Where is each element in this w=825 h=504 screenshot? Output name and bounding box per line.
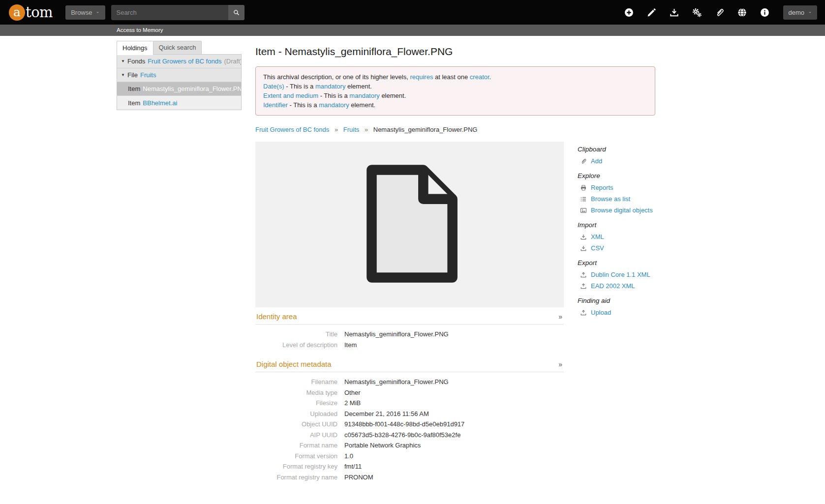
collapse-arrow-icon[interactable]: ▼ bbox=[121, 73, 127, 77]
globe-icon bbox=[737, 7, 747, 18]
alert-link-identifier[interactable]: Identifier bbox=[263, 101, 288, 109]
field-value: PRONOM bbox=[344, 472, 373, 483]
tab-quick-search[interactable]: Quick search bbox=[153, 41, 202, 55]
export-dublin-core-item[interactable]: Dublin Core 1.1 XML bbox=[580, 271, 655, 278]
alert-link-extent[interactable]: Extent and medium bbox=[263, 92, 318, 99]
download-icon bbox=[580, 234, 587, 240]
field-row-level-of-description: Level of description Item bbox=[255, 340, 564, 351]
field-row-format-name: Format name Portable Network Graphics bbox=[255, 440, 564, 451]
field-label: Filename bbox=[255, 377, 344, 387]
content-columns: Identity area » Title Nemastylis_geminif… bbox=[255, 142, 655, 487]
top-bar: a tom Browse demo bbox=[0, 0, 825, 25]
import-xml-link[interactable]: XML bbox=[591, 233, 604, 240]
tree-link-item-helmet[interactable]: BBhelmet.ai bbox=[143, 99, 177, 107]
tree-row-fonds[interactable]: ▼ Fonds Fruit Growers of BC fonds (Draft… bbox=[117, 55, 241, 68]
admin-button[interactable] bbox=[692, 7, 702, 18]
import-csv-link[interactable]: CSV bbox=[591, 244, 604, 252]
tree-row-item-selected[interactable]: Item Nemastylis_geminiflora_Flower.PNG bbox=[117, 82, 241, 96]
field-value: c05673d5-b328-4276-9b0c-9af80f53e2fe bbox=[344, 430, 460, 441]
export-ead-link[interactable]: EAD 2002 XML bbox=[591, 282, 635, 290]
tree-row-item[interactable]: Item BBhelmet.ai bbox=[117, 96, 241, 110]
import-button[interactable] bbox=[669, 7, 679, 18]
page-layout: Holdings Quick search ▼ Fonds Fruit Grow… bbox=[0, 36, 825, 487]
alert-text: . bbox=[489, 73, 491, 81]
breadcrumb: Fruit Growers of BC fonds » Fruits » Nem… bbox=[255, 126, 655, 133]
validation-alert: This archival description, or one of its… bbox=[255, 66, 655, 116]
tree-level-label: Item bbox=[128, 85, 140, 92]
export-dublin-core-link[interactable]: Dublin Core 1.1 XML bbox=[591, 271, 650, 278]
collapse-arrow-icon[interactable]: ▼ bbox=[121, 59, 127, 63]
site-title-link[interactable]: Access to Memory bbox=[0, 25, 163, 36]
app-subheader: Access to Memory bbox=[0, 25, 825, 36]
reports-item[interactable]: Reports bbox=[580, 184, 655, 191]
upload-icon bbox=[580, 309, 587, 316]
reports-link[interactable]: Reports bbox=[591, 184, 613, 191]
import-xml-item[interactable]: XML bbox=[580, 233, 655, 240]
download-icon bbox=[580, 245, 587, 252]
alert-link-mandatory[interactable]: mandatory bbox=[349, 92, 379, 99]
section-edit-chevron[interactable]: » bbox=[558, 360, 563, 368]
context-menu: Clipboard Add Explore Reports Browse as … bbox=[578, 142, 655, 320]
field-value: 2 MiB bbox=[344, 398, 361, 409]
clipboard-add-link[interactable]: Add bbox=[591, 157, 602, 165]
field-row-filename: Filename Nemastylis_geminiflora_Flower.P… bbox=[255, 377, 564, 387]
alert-link-creator[interactable]: creator bbox=[470, 73, 489, 81]
breadcrumb-link-file[interactable]: Fruits bbox=[343, 126, 360, 133]
user-label: demo bbox=[788, 9, 804, 16]
field-row-object-uuid: Object UUID 91348bbb-f001-448c-98bd-d5e0… bbox=[255, 419, 564, 430]
browse-digital-objects-link[interactable]: Browse digital objects bbox=[591, 207, 653, 214]
chevron-down-icon bbox=[808, 10, 812, 15]
field-row-media-type: Media type Other bbox=[255, 387, 564, 398]
search-input[interactable] bbox=[111, 5, 228, 20]
field-value: Item bbox=[344, 340, 357, 351]
browse-as-list-link[interactable]: Browse as list bbox=[591, 195, 630, 203]
tree-link-item-flower[interactable]: Nemastylis_geminiflora_Flower.PNG bbox=[143, 85, 241, 92]
browse-as-list-item[interactable]: Browse as list bbox=[580, 195, 655, 203]
main-content: Item - Nemastylis_geminiflora_Flower.PNG… bbox=[255, 36, 655, 487]
alert-message-identifier: Identifier - This is a mandatory element… bbox=[263, 100, 647, 110]
field-label: Level of description bbox=[255, 340, 344, 351]
atom-logo[interactable]: a tom bbox=[9, 4, 53, 21]
alert-message-creator: This archival description, or one of its… bbox=[263, 72, 647, 82]
clipboard-button[interactable] bbox=[714, 7, 725, 18]
section-header: Identity area » bbox=[255, 307, 564, 325]
plus-circle-icon bbox=[624, 7, 634, 18]
image-icon bbox=[580, 207, 587, 214]
tree-row-file[interactable]: ▼ File Fruits bbox=[117, 68, 241, 82]
export-ead-item[interactable]: EAD 2002 XML bbox=[580, 282, 655, 290]
breadcrumb-link-fonds[interactable]: Fruit Growers of BC fonds bbox=[255, 126, 329, 133]
digital-object-metadata-section: Digital object metadata » Filename Nemas… bbox=[255, 355, 564, 487]
alert-link-requires[interactable]: requires bbox=[410, 73, 433, 81]
user-menu-button[interactable]: demo bbox=[783, 5, 817, 20]
browse-digital-objects-item[interactable]: Browse digital objects bbox=[580, 207, 655, 214]
finding-aid-upload-link[interactable]: Upload bbox=[591, 309, 611, 316]
field-label: Object UUID bbox=[255, 419, 344, 430]
field-row-format-version: Format version 1.0 bbox=[255, 451, 564, 462]
alert-text: element. bbox=[380, 92, 406, 99]
alert-link-mandatory[interactable]: mandatory bbox=[319, 101, 349, 109]
field-label: Format version bbox=[255, 451, 344, 462]
browse-button[interactable]: Browse bbox=[65, 5, 105, 20]
alert-link-dates[interactable]: Date(s) bbox=[263, 83, 284, 90]
add-button[interactable] bbox=[624, 7, 634, 18]
gears-icon bbox=[692, 7, 702, 18]
field-rows: Title Nemastylis_geminiflora_Flower.PNG … bbox=[255, 325, 564, 355]
edit-button[interactable] bbox=[646, 7, 657, 18]
section-edit-chevron[interactable]: » bbox=[558, 313, 563, 321]
clipboard-add-item[interactable]: Add bbox=[580, 157, 655, 165]
finding-aid-upload-item[interactable]: Upload bbox=[580, 309, 655, 316]
alert-message-dates: Date(s) - This is a mandatory element. bbox=[263, 82, 647, 91]
alert-text: - This is a bbox=[284, 83, 315, 90]
tree-link-fonds[interactable]: Fruit Growers of BC fonds bbox=[148, 58, 221, 65]
search-button[interactable] bbox=[228, 5, 244, 20]
tab-holdings[interactable]: Holdings bbox=[117, 41, 153, 55]
digital-object-preview[interactable] bbox=[354, 161, 466, 289]
alert-text: at least one bbox=[433, 73, 469, 81]
quick-links-button[interactable] bbox=[760, 7, 770, 18]
section-title-digital-object: Digital object metadata bbox=[256, 360, 332, 368]
alert-link-mandatory[interactable]: mandatory bbox=[315, 83, 345, 90]
language-button[interactable] bbox=[737, 7, 747, 18]
import-csv-item[interactable]: CSV bbox=[580, 244, 655, 252]
atom-logo-mark: a bbox=[9, 4, 25, 21]
tree-link-file[interactable]: Fruits bbox=[140, 71, 156, 79]
